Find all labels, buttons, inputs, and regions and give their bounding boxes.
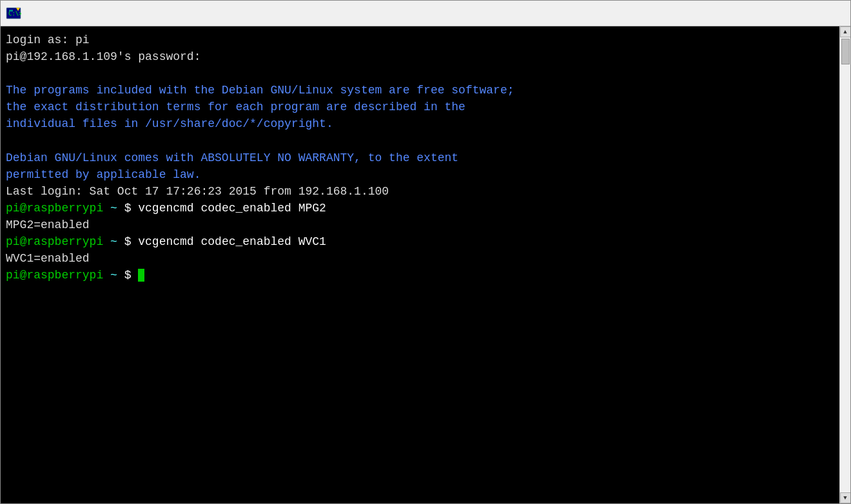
prompt-tilde: ~ (103, 235, 124, 248)
terminal-line: Last login: Sat Oct 17 17:26:23 2015 fro… (6, 183, 834, 200)
window-controls (756, 1, 845, 26)
terminal-line (6, 65, 834, 82)
terminal-line: individual files in /usr/share/doc/*/cop… (6, 115, 834, 132)
prompt-tilde: ~ (103, 269, 124, 282)
prompt-user: pi@raspberrypi (6, 235, 103, 248)
terminal-line: pi@raspberrypi ~ $ (6, 267, 834, 284)
prompt-space (131, 269, 138, 282)
terminal-window: C:\> login as: pipi@192.168.1.109's pass… (0, 0, 851, 504)
prompt-tilde: ~ (103, 202, 124, 215)
terminal-line: The programs included with the Debian GN… (6, 82, 834, 99)
terminal-line: WVC1=enabled (6, 250, 834, 267)
window-content: login as: pipi@192.168.1.109's password:… (1, 26, 850, 503)
prompt-dollar: $ (124, 202, 132, 215)
terminal-line: MPG2=enabled (6, 217, 834, 233)
terminal-line: Debian GNU/Linux comes with ABSOLUTELY N… (6, 150, 834, 166)
terminal-line: permitted by applicable law. (6, 166, 834, 183)
svg-rect-3 (9, 10, 13, 12)
prompt-dollar: $ (124, 235, 132, 248)
terminal-line: pi@raspberrypi ~ $ vcgencmd codec_enable… (6, 200, 834, 217)
prompt-cmd: vcgencmd codec_enabled MPG2 (131, 202, 326, 215)
maximize-button[interactable] (786, 1, 816, 26)
terminal-line (6, 133, 834, 150)
scroll-track[interactable] (840, 37, 850, 492)
app-icon: C:\> (6, 6, 21, 21)
prompt-dollar: $ (124, 269, 132, 282)
close-button[interactable] (816, 1, 845, 26)
terminal-line: login as: pi (6, 32, 834, 48)
titlebar: C:\> (1, 1, 850, 26)
terminal-line: pi@192.168.1.109's password: (6, 48, 834, 65)
scroll-down-arrow[interactable]: ▼ (840, 492, 851, 503)
terminal-output[interactable]: login as: pipi@192.168.1.109's password:… (1, 26, 839, 503)
terminal-line: pi@raspberrypi ~ $ vcgencmd codec_enable… (6, 233, 834, 250)
terminal-cursor (138, 269, 144, 282)
minimize-button[interactable] (756, 1, 786, 26)
scrollbar: ▲ ▼ (839, 26, 850, 503)
prompt-user: pi@raspberrypi (6, 269, 103, 282)
prompt-user: pi@raspberrypi (6, 202, 103, 215)
scroll-thumb[interactable] (841, 39, 850, 64)
prompt-cmd: vcgencmd codec_enabled WVC1 (131, 235, 326, 248)
terminal-line: the exact distribution terms for each pr… (6, 99, 834, 115)
scroll-up-arrow[interactable]: ▲ (840, 26, 851, 37)
